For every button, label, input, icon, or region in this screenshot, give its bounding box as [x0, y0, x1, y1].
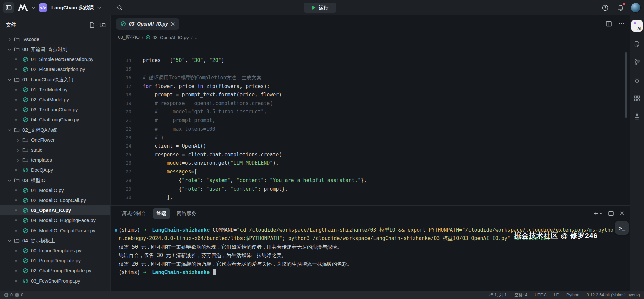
- tree-folder-04_提示模板上[interactable]: 04_提示模板上: [0, 236, 110, 246]
- ai-assistant-button[interactable]: AI: [631, 20, 643, 32]
- tab-label: 03_OpenAI_IO.py: [129, 21, 168, 27]
- status-item[interactable]: Python: [566, 293, 579, 297]
- file-search-button[interactable]: [632, 39, 642, 49]
- status-item[interactable]: LF: [554, 293, 559, 297]
- code-editor[interactable]: 14prices = ["50", "30", "20"]1516# 循环调用T…: [111, 42, 630, 205]
- code-line-15[interactable]: 15: [111, 65, 630, 74]
- tree-file-02_PictureDescription.py[interactable]: 02_PictureDescription.py: [0, 64, 110, 74]
- errors-indicator[interactable]: 0: [4, 293, 13, 297]
- tree-item-label: 01_SimpleTextGeneration.py: [31, 57, 93, 62]
- status-item[interactable]: 空格: 4: [514, 292, 527, 298]
- tree-folder-00_开篇词_奇点时刻[interactable]: 00_开篇词_奇点时刻: [0, 44, 110, 54]
- status-item[interactable]: UTF-8: [535, 293, 546, 297]
- close-panel-button[interactable]: [620, 211, 624, 215]
- tests-button[interactable]: [632, 111, 642, 121]
- search-button[interactable]: [115, 2, 125, 13]
- code-line-21[interactable]: 21 # prompt=prompt,: [111, 116, 630, 125]
- tree-file-03_FewShotPrompt.py[interactable]: 03_FewShotPrompt.py: [0, 276, 110, 286]
- more-actions-button[interactable]: [619, 23, 624, 24]
- plus-icon: [594, 211, 598, 216]
- tree-file-01_ModelIO.py[interactable]: 01_ModelIO.py: [0, 185, 110, 195]
- tree-folder-templates[interactable]: templates: [0, 155, 110, 165]
- new-folder-button[interactable]: [100, 22, 106, 28]
- breadcrumb-symbol[interactable]: ...: [195, 35, 198, 40]
- editor-scrollbar[interactable]: [625, 52, 627, 118]
- tree-file-04_ModelIO_HuggingFace.py[interactable]: 04_ModelIO_HuggingFace.py: [0, 215, 110, 226]
- workspace-title[interactable]: LangChain 实战课: [51, 5, 94, 11]
- tree-file-04_ChatLongChain.py[interactable]: 04_ChatLongChain.py: [0, 115, 110, 125]
- tree-file-02_ModelIO_LoopCall.py[interactable]: 02_ModelIO_LoopCall.py: [0, 195, 110, 205]
- bug-button[interactable]: [632, 75, 642, 85]
- toggle-sidebar-button[interactable]: [3, 2, 14, 13]
- panel-tab-调试控制台[interactable]: 调试控制台: [117, 208, 150, 219]
- code-line-25[interactable]: 25 response = client.chat.completions.cr…: [111, 151, 630, 159]
- status-item[interactable]: 3.12.2 64-bit ('shims': pyenv): [587, 293, 640, 297]
- extensions-button[interactable]: [632, 93, 642, 103]
- line-number: 26: [111, 159, 131, 168]
- code-line-22[interactable]: 22 # max_tokens=100: [111, 125, 630, 134]
- code-line-24[interactable]: 24 client = OpenAI(): [111, 142, 630, 151]
- code-line-18[interactable]: 18 prompt = prompt_text.format(price, fl…: [111, 91, 630, 99]
- logo-chevron-down-icon[interactable]: [32, 7, 35, 9]
- tree-file-03_OpenAI_IO.py[interactable]: 03_OpenAI_IO.py: [0, 205, 110, 215]
- tree-folder-OneFlower[interactable]: OneFlower: [0, 135, 110, 145]
- tree-folder-01_LangChain快速入门[interactable]: 01_LangChain快速入门: [0, 74, 110, 85]
- terminal-prompt[interactable]: (shims) ➜ LangChain-shizhanke: [113, 268, 627, 277]
- panel-tab-网络服务[interactable]: 网络服务: [173, 208, 201, 219]
- line-number: 16: [111, 73, 131, 82]
- notifications-button[interactable]: [615, 2, 626, 13]
- split-panel-button[interactable]: [608, 211, 614, 216]
- new-file-button[interactable]: [89, 22, 95, 28]
- tree-file-01_SimpleTextGeneration.py[interactable]: 01_SimpleTextGeneration.py: [0, 54, 110, 64]
- folder-icon: [14, 47, 20, 52]
- tree-item-label: 03_模型IO: [22, 177, 46, 184]
- code-line-26[interactable]: 26 model=os.environ.get("LLM_MODELEND"),: [111, 159, 630, 168]
- code-line-30[interactable]: 30 ],: [111, 193, 630, 202]
- breadcrumb-file[interactable]: 03_OpenAI_IO.py: [153, 35, 189, 40]
- line-number: 18: [111, 91, 131, 99]
- help-button[interactable]: ?: [600, 2, 610, 13]
- code-line-20[interactable]: 20 # model="gpt-3.5-turbo-instruct",: [111, 108, 630, 116]
- marscode-logo[interactable]: [17, 2, 28, 13]
- code-line-23[interactable]: 23 # ): [111, 134, 630, 142]
- code-line-17[interactable]: 17for flower, price in zip(flowers, pric…: [111, 82, 630, 91]
- ellipsis-icon: [619, 23, 624, 24]
- breadcrumb-folder[interactable]: 03_模型IO: [118, 34, 140, 40]
- tree-folder-static[interactable]: static: [0, 145, 110, 155]
- code-line-28[interactable]: 28 {"role": "system", "content": "You ar…: [111, 176, 630, 185]
- python-file-icon: [23, 97, 28, 102]
- tab-03-openai-io[interactable]: 03_OpenAI_IO.py: [116, 18, 179, 30]
- close-tab-icon[interactable]: [171, 22, 175, 26]
- code-line-27[interactable]: 27 messages=[: [111, 168, 630, 177]
- chevron-down-icon[interactable]: [599, 212, 602, 214]
- tree-folder-.vscode[interactable]: .vscode: [0, 34, 110, 44]
- source-control-button[interactable]: [632, 57, 642, 67]
- editor-area: 03_OpenAI_IO.py 03_模型IO / 03_OpenAI_IO.p…: [111, 15, 630, 291]
- tree-item-label: 03_TextLangChain.py: [31, 107, 78, 112]
- status-item[interactable]: 行 1, 列 1: [489, 292, 507, 298]
- run-button[interactable]: 运行: [304, 3, 336, 13]
- line-number: 19: [111, 99, 131, 108]
- tree-file-01_TextModel.py[interactable]: 01_TextModel.py: [0, 85, 110, 95]
- tree-file-02_ChatModel.py[interactable]: 02_ChatModel.py: [0, 95, 110, 105]
- code-line-29[interactable]: 29 {"role": "user", "content": prompt},: [111, 185, 630, 194]
- panel-tab-终端[interactable]: 终端: [153, 208, 170, 219]
- warnings-indicator[interactable]: 0: [15, 293, 23, 297]
- tree-file-05_ModelIO_OutputParser.py[interactable]: 05_ModelIO_OutputParser.py: [0, 226, 110, 236]
- tree-file-03_TextLangChain.py[interactable]: 03_TextLangChain.py: [0, 105, 110, 115]
- code-line-14[interactable]: 14prices = ["50", "30", "20"]: [111, 56, 630, 65]
- workspace-chevron-down-icon[interactable]: [97, 7, 101, 9]
- tree-folder-03_模型IO[interactable]: 03_模型IO: [0, 175, 110, 185]
- new-terminal-button[interactable]: [594, 211, 602, 216]
- code-line-16[interactable]: 16# 循环调用Text模型的Completion方法，生成文案: [111, 73, 630, 82]
- tree-file-01_PromptTemplate.py[interactable]: 01_PromptTemplate.py: [0, 256, 110, 266]
- notification-badge: [623, 3, 625, 5]
- tree-folder-02_文档QA系统[interactable]: 02_文档QA系统: [0, 125, 110, 135]
- code-line-19[interactable]: 19 # response = openai.completions.creat…: [111, 99, 630, 108]
- file-status-dot: [15, 260, 17, 262]
- tree-file-00_ImportTemplates.py[interactable]: 00_ImportTemplates.py: [0, 246, 110, 256]
- split-editor-button[interactable]: [606, 21, 612, 27]
- user-avatar[interactable]: [631, 3, 641, 13]
- tree-file-02_ChatPromptTemplate.py[interactable]: 02_ChatPromptTemplate.py: [0, 266, 110, 276]
- tree-file-DocQA.py[interactable]: DocQA.py: [0, 165, 110, 175]
